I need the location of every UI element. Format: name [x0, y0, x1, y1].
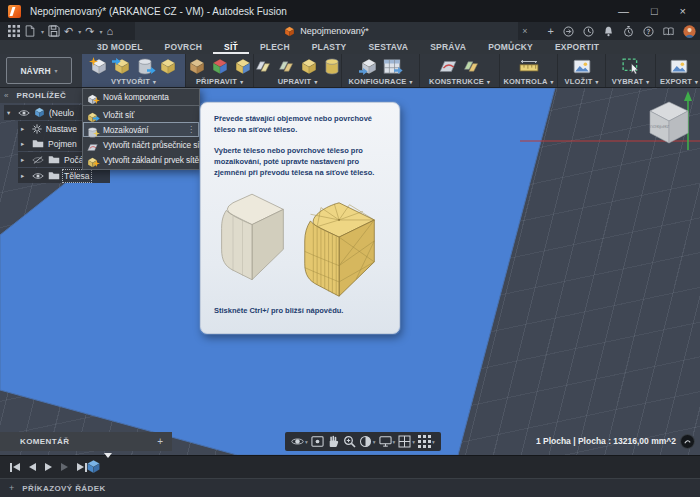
- new-document-icon[interactable]: [24, 25, 36, 37]
- group-label-upravit[interactable]: UPRAVIT▾: [278, 76, 318, 87]
- group-label-kontrola[interactable]: KONTROLA▾: [503, 76, 553, 87]
- expand-command-line-icon[interactable]: +: [9, 483, 14, 493]
- browser-row-root[interactable]: ▾ (Neulo: [4, 105, 82, 120]
- insert-mesh-icon[interactable]: [112, 57, 133, 76]
- group-label-export[interactable]: EXPORT▾: [660, 76, 698, 87]
- comment-bar[interactable]: KOMENTÁŘ +: [0, 432, 172, 451]
- expand-icon[interactable]: ▾: [7, 109, 14, 117]
- timeline-skip-start-button[interactable]: [10, 463, 20, 472]
- root-component-label[interactable]: (Neulo: [49, 108, 74, 118]
- timeline-position-marker[interactable]: [104, 458, 113, 476]
- app-menu-icon[interactable]: [8, 25, 20, 37]
- undo-dropdown[interactable]: ▾: [78, 28, 81, 35]
- redo-icon[interactable]: ↷: [85, 22, 94, 40]
- tab-plasty[interactable]: PLASTY: [301, 40, 358, 54]
- tab-exportit[interactable]: EXPORTIT: [544, 40, 610, 54]
- pan-hand-icon[interactable]: [327, 435, 340, 448]
- generate-face-groups-icon[interactable]: [186, 57, 207, 76]
- configuration-icon[interactable]: [359, 57, 380, 76]
- tab-sit[interactable]: SÍŤ: [213, 40, 249, 54]
- schedule-icon[interactable]: [623, 26, 634, 37]
- select-icon[interactable]: [620, 57, 641, 76]
- close-tab-icon[interactable]: ×: [518, 22, 532, 40]
- named-views-label[interactable]: Pojmen: [48, 139, 77, 149]
- combine-icon[interactable]: [299, 57, 320, 76]
- group-label-vytvorit[interactable]: VYTVOŘIT▾: [111, 76, 156, 87]
- notifications-icon[interactable]: [603, 26, 614, 37]
- visibility-off-icon[interactable]: [32, 156, 44, 164]
- expand-icon[interactable]: ▸: [21, 125, 28, 133]
- collapse-panel-icon[interactable]: «: [4, 91, 8, 100]
- viewports-icon[interactable]: ▾: [418, 435, 435, 448]
- maximize-button[interactable]: □: [651, 0, 658, 22]
- assistant-icon[interactable]: [680, 434, 695, 449]
- expand-icon[interactable]: ▸: [21, 140, 28, 148]
- export-icon[interactable]: [669, 57, 690, 76]
- home-icon[interactable]: ⌂: [106, 22, 113, 40]
- convert-mesh-icon[interactable]: [232, 57, 253, 76]
- create-sketch-icon[interactable]: [438, 57, 459, 76]
- add-comment-button[interactable]: +: [157, 436, 163, 447]
- save-icon[interactable]: [48, 25, 60, 37]
- menu-item-tessellate[interactable]: Mozaikování ⋮: [83, 122, 199, 137]
- orbit-icon[interactable]: ▾: [291, 435, 308, 448]
- tab-povrch[interactable]: POVRCH: [154, 40, 214, 54]
- timeline-step-back-button[interactable]: [29, 463, 36, 471]
- tab-sprava[interactable]: SPRÁVA: [419, 40, 477, 54]
- base-mesh-icon[interactable]: [158, 57, 179, 76]
- document-tab[interactable]: Nepojmenovaný*: [135, 22, 518, 40]
- tab-3d-model[interactable]: 3D MODEL: [86, 40, 154, 54]
- tab-pomucky[interactable]: POMŮCKY: [477, 40, 544, 54]
- timeline-feature-item[interactable]: [86, 459, 101, 474]
- remesh-icon[interactable]: [253, 57, 274, 76]
- job-status-icon[interactable]: [583, 26, 594, 37]
- group-label-konstrukce[interactable]: KONSTRUKCE▾: [429, 76, 490, 87]
- browser-row-bodies[interactable]: ▸ Tělesa: [18, 168, 110, 183]
- browser-row-named-views[interactable]: ▸ Pojmen: [18, 136, 82, 151]
- visibility-eye-icon[interactable]: [32, 172, 44, 180]
- close-button[interactable]: ×: [680, 0, 686, 22]
- command-line-bar[interactable]: + PŘÍKAZOVÝ ŘÁDEK: [0, 478, 700, 497]
- visibility-eye-icon[interactable]: [18, 109, 30, 117]
- bodies-label[interactable]: Tělesa: [64, 171, 90, 181]
- repair-mesh-icon[interactable]: [209, 57, 230, 76]
- reduce-icon[interactable]: [276, 57, 297, 76]
- insert-image-icon[interactable]: [571, 57, 592, 76]
- grid-settings-icon[interactable]: ▾: [398, 435, 415, 448]
- expand-icon[interactable]: ▸: [21, 156, 28, 164]
- configuration-table-icon[interactable]: [382, 57, 403, 76]
- new-component-icon[interactable]: [89, 57, 110, 76]
- new-tab-button[interactable]: +: [548, 22, 554, 40]
- menu-item-sketch-intersection[interactable]: Vytvořit náčrt průsečnice sítí: [83, 137, 199, 152]
- help-icon[interactable]: [643, 26, 654, 37]
- menu-item-new-component[interactable]: Nová komponenta: [83, 89, 199, 104]
- view-cube[interactable]: ZEPŘEDU: [644, 96, 694, 148]
- group-label-vybrat[interactable]: VYBRAT▾: [612, 76, 649, 87]
- group-label-vlozit[interactable]: VLOŽIT▾: [565, 76, 599, 87]
- browser-panel-header[interactable]: « PROHLÍŽEČ: [0, 88, 82, 103]
- group-label-konfigurace[interactable]: KONFIGURACE▾: [348, 76, 412, 87]
- new-document-dropdown[interactable]: ▾: [41, 28, 44, 35]
- workspace-switcher[interactable]: NÁVRH ▾: [6, 57, 72, 84]
- display-mode-icon[interactable]: ▾: [379, 435, 396, 448]
- group-label-pripravit[interactable]: PŘIPRAVIT▾: [196, 76, 243, 87]
- timeline-step-forward-button[interactable]: [61, 463, 68, 471]
- undo-icon[interactable]: ↶: [64, 22, 73, 40]
- item-options-icon[interactable]: ⋮: [187, 125, 195, 134]
- zoom-icon[interactable]: [343, 435, 356, 448]
- profile-avatar[interactable]: [683, 25, 696, 38]
- extensions-icon[interactable]: [563, 26, 574, 37]
- expand-icon[interactable]: ▸: [21, 172, 28, 180]
- redo-dropdown[interactable]: ▾: [99, 28, 102, 35]
- menu-item-base-mesh[interactable]: Vytvořit základní prvek sítě: [83, 152, 199, 167]
- tab-plech[interactable]: PLECH: [249, 40, 301, 54]
- measure-icon[interactable]: [518, 57, 539, 76]
- plane-cut-icon[interactable]: [322, 57, 343, 76]
- viewport-canvas[interactable]: ZEPŘEDU « PROHLÍŽEČ ▾ (Neulo ▸ Nastave ▸…: [0, 88, 700, 455]
- minimize-button[interactable]: —: [618, 0, 629, 22]
- look-at-icon[interactable]: [311, 435, 324, 448]
- tessellate-icon[interactable]: [135, 57, 156, 76]
- menu-item-insert-mesh[interactable]: Vložit síť: [83, 107, 199, 122]
- display-settings-icon[interactable]: ▾: [359, 435, 376, 448]
- browser-row-document-settings[interactable]: ▸ Nastave: [18, 121, 82, 136]
